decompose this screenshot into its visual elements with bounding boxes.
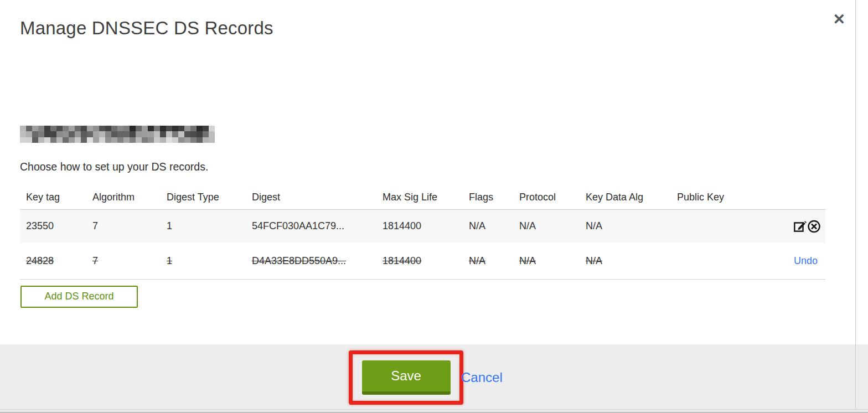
cell-digest-type: 1	[161, 209, 246, 243]
add-ds-record-button[interactable]: Add DS Record	[20, 286, 138, 308]
col-header-protocol: Protocol	[513, 186, 580, 209]
col-header-public-key: Public Key	[671, 186, 736, 209]
col-header-actions	[736, 186, 825, 209]
page-title: Manage DNSSEC DS Records	[20, 16, 868, 40]
col-header-digest-type: Digest Type	[161, 186, 246, 209]
cell-digest-type: 1	[161, 243, 246, 279]
row-actions	[736, 209, 825, 243]
edit-icon[interactable]	[793, 219, 807, 233]
cell-public-key	[671, 209, 736, 243]
delete-icon[interactable]	[807, 219, 821, 233]
col-header-algorithm: Algorithm	[86, 186, 161, 209]
instruction-text: Choose how to set up your DS records.	[20, 160, 868, 173]
col-header-max-sig-life: Max Sig Life	[376, 186, 463, 209]
cell-max-sig-life: 1814400	[376, 209, 463, 243]
cell-algorithm: 7	[86, 209, 161, 243]
cell-digest: D4A33E8DD550A9...	[246, 243, 376, 279]
col-header-key-tag: Key tag	[20, 186, 86, 209]
cell-key-data-alg: N/A	[580, 243, 671, 279]
modal-right-border	[855, 0, 856, 413]
cell-public-key	[671, 243, 736, 279]
close-icon[interactable]: ✕	[833, 12, 845, 27]
table-header-row: Key tag Algorithm Digest Type Digest Max…	[20, 186, 825, 209]
page-bottom-strip	[0, 409, 868, 413]
cell-key-data-alg: N/A	[580, 209, 671, 243]
cell-digest: 54FCF030AA1C79...	[246, 209, 376, 243]
table-row-deleted: 24828 7 1 D4A33E8DD550A9... 1814400 N/A …	[20, 243, 825, 279]
undo-link[interactable]: Undo	[794, 255, 818, 266]
table-row: 23550 7 1 54FCF030AA1C79... 1814400 N/A …	[20, 209, 825, 243]
cell-key-tag: 24828	[20, 243, 86, 279]
save-button[interactable]: Save	[362, 360, 451, 395]
col-header-flags: Flags	[463, 186, 513, 209]
annotation-highlight-rect: Save	[349, 350, 463, 405]
dnssec-modal: Manage DNSSEC DS Records ✕ Choose how to…	[0, 0, 868, 308]
page-right-strip	[856, 0, 868, 344]
domain-name-redacted	[20, 126, 215, 143]
cell-flags: N/A	[463, 209, 513, 243]
cell-max-sig-life: 1814400	[376, 243, 463, 279]
cancel-link[interactable]: Cancel	[461, 370, 503, 385]
col-header-key-data-alg: Key Data Alg	[580, 186, 671, 209]
cell-algorithm: 7	[86, 243, 161, 279]
cell-protocol: N/A	[513, 209, 580, 243]
row-actions: Undo	[736, 243, 825, 279]
modal-footer: Save Cancel	[0, 344, 868, 409]
ds-records-table: Key tag Algorithm Digest Type Digest Max…	[20, 186, 825, 280]
cell-key-tag: 23550	[20, 209, 86, 243]
cell-flags: N/A	[463, 243, 513, 279]
col-header-digest: Digest	[246, 186, 376, 209]
cell-protocol: N/A	[513, 243, 580, 279]
